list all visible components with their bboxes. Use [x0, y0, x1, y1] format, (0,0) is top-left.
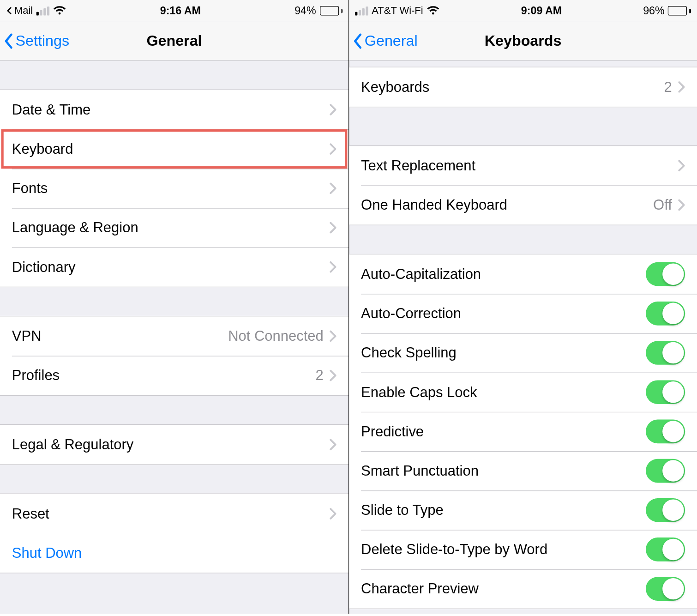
settings-group: Date & Time Keyboard Fonts Language & Re… — [0, 90, 348, 287]
status-time: 9:16 AM — [160, 5, 201, 17]
row-auto-correction: Auto-Correction — [349, 294, 697, 333]
row-shut-down[interactable]: Shut Down — [0, 533, 348, 573]
chevron-right-icon — [330, 222, 336, 234]
back-caret-icon — [6, 7, 13, 14]
toggle-auto-capitalization[interactable] — [646, 262, 685, 286]
row-label: Enable Caps Lock — [361, 384, 646, 400]
battery-percent: 94% — [294, 5, 316, 17]
chevron-right-icon — [330, 104, 336, 116]
settings-group: Text Replacement One Handed Keyboard Off — [349, 145, 697, 225]
chevron-right-icon — [330, 143, 336, 155]
row-label: Legal & Regulatory — [12, 436, 330, 453]
settings-group: Reset Shut Down — [0, 494, 348, 574]
row-label: Profiles — [12, 367, 316, 384]
nav-back-label: Settings — [16, 32, 70, 49]
row-label: Dictionary — [12, 259, 330, 275]
row-label: One Handed Keyboard — [361, 197, 653, 213]
row-label: Keyboard — [12, 141, 330, 157]
battery-icon — [319, 6, 342, 16]
row-value: Not Connected — [228, 328, 324, 344]
toggle-predictive[interactable] — [646, 420, 685, 444]
chevron-right-icon — [330, 369, 336, 381]
screen-general: Mail 9:16 AM 94% Settings General — [0, 0, 348, 614]
toggle-smart-punctuation[interactable] — [646, 459, 685, 483]
status-time: 9:09 AM — [521, 5, 562, 17]
cellular-signal-icon — [36, 6, 49, 15]
settings-group: Legal & Regulatory — [0, 424, 348, 465]
cellular-signal-icon — [355, 6, 368, 15]
row-value: Off — [653, 197, 672, 213]
toggle-delete-slide-to-type[interactable] — [646, 537, 685, 562]
toggle-auto-correction[interactable] — [646, 302, 685, 326]
row-label: Fonts — [12, 180, 330, 197]
chevron-right-icon — [678, 81, 685, 93]
row-label: Date & Time — [12, 101, 330, 118]
nav-bar: General Keyboards — [349, 21, 697, 60]
row-label: Character Preview — [361, 580, 646, 597]
nav-back-label: General — [365, 32, 418, 49]
row-reset[interactable]: Reset — [0, 494, 348, 533]
row-label: Keyboards — [361, 79, 664, 95]
settings-group: Auto-Capitalization Auto-Correction Chec… — [349, 254, 697, 609]
chevron-right-icon — [678, 199, 685, 211]
toggle-slide-to-type[interactable] — [646, 498, 685, 522]
nav-bar: Settings General — [0, 21, 348, 60]
row-label: VPN — [12, 328, 228, 344]
row-auto-capitalization: Auto-Capitalization — [349, 254, 697, 294]
row-label: Shut Down — [12, 545, 336, 562]
row-label: Check Spelling — [361, 344, 646, 361]
row-value: 2 — [316, 367, 324, 384]
row-keyboard[interactable]: Keyboard — [0, 129, 348, 169]
chevron-left-icon — [353, 32, 363, 49]
chevron-right-icon — [330, 261, 336, 273]
settings-group: Keyboards 2 — [349, 67, 697, 108]
chevron-left-icon — [4, 32, 14, 49]
row-language-region[interactable]: Language & Region — [0, 208, 348, 247]
row-label: Language & Region — [12, 219, 330, 236]
row-smart-punctuation: Smart Punctuation — [349, 451, 697, 490]
row-dictionary[interactable]: Dictionary — [0, 248, 348, 287]
row-label: Smart Punctuation — [361, 463, 646, 479]
row-slide-to-type: Slide to Type — [349, 490, 697, 530]
chevron-right-icon — [678, 160, 685, 172]
row-profiles[interactable]: Profiles 2 — [0, 356, 348, 395]
chevron-right-icon — [330, 439, 336, 451]
row-label: Slide to Type — [361, 502, 646, 519]
row-label: Text Replacement — [361, 157, 678, 174]
back-to-app[interactable]: Mail — [6, 5, 33, 17]
row-check-spelling: Check Spelling — [349, 333, 697, 372]
row-vpn[interactable]: VPN Not Connected — [0, 316, 348, 356]
chevron-right-icon — [330, 508, 336, 520]
nav-back-button[interactable]: Settings — [4, 21, 69, 60]
wifi-icon — [53, 6, 66, 16]
row-fonts[interactable]: Fonts — [0, 169, 348, 208]
row-value: 2 — [664, 79, 672, 95]
screen-keyboards: AT&T Wi-Fi 9:09 AM 96% General Keyboards… — [348, 0, 697, 614]
toggle-enable-caps-lock[interactable] — [646, 380, 685, 404]
row-predictive: Predictive — [349, 412, 697, 451]
row-enable-caps-lock: Enable Caps Lock — [349, 373, 697, 412]
row-legal-regulatory[interactable]: Legal & Regulatory — [0, 425, 348, 464]
nav-title: General — [146, 32, 202, 49]
status-bar: AT&T Wi-Fi 9:09 AM 96% — [349, 0, 697, 21]
toggle-check-spelling[interactable] — [646, 341, 685, 365]
row-label: Auto-Correction — [361, 305, 646, 322]
row-label: Reset — [12, 505, 330, 522]
carrier-label: AT&T Wi-Fi — [372, 5, 423, 17]
nav-back-button[interactable]: General — [353, 21, 418, 60]
row-character-preview: Character Preview — [349, 569, 697, 609]
row-text-replacement[interactable]: Text Replacement — [349, 146, 697, 185]
chevron-right-icon — [330, 330, 336, 342]
row-date-time[interactable]: Date & Time — [0, 90, 348, 129]
back-app-label: Mail — [14, 5, 33, 17]
nav-title: Keyboards — [485, 32, 562, 49]
row-label: Auto-Capitalization — [361, 266, 646, 283]
battery-percent: 96% — [643, 5, 665, 17]
wifi-icon — [427, 6, 439, 16]
row-one-handed-keyboard[interactable]: One Handed Keyboard Off — [349, 185, 697, 224]
toggle-character-preview[interactable] — [646, 577, 685, 601]
row-label: Predictive — [361, 423, 646, 440]
settings-group: VPN Not Connected Profiles 2 — [0, 316, 348, 396]
row-delete-slide-to-type: Delete Slide-to-Type by Word — [349, 530, 697, 569]
row-keyboards[interactable]: Keyboards 2 — [349, 67, 697, 107]
